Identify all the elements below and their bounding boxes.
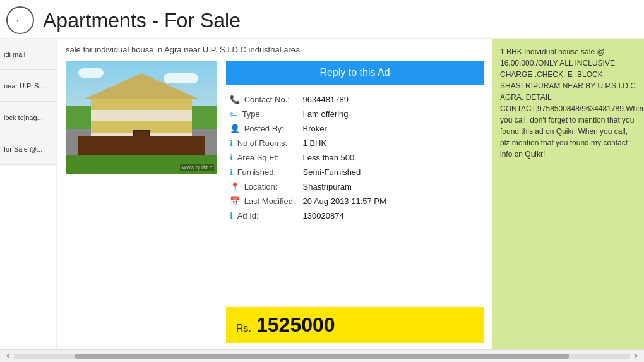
detail-row-6: 📍 Location:Shastripuram [226,179,484,194]
detail-label-4: ℹ Area Sq Ft: [226,150,299,165]
sidebar-item-0[interactable]: idi mall [0,39,56,70]
scroll-right-arrow[interactable]: > [630,353,641,359]
detail-value-2: Broker [299,121,484,136]
detail-label-6: 📍 Location: [226,179,299,194]
detail-value-0: 9634481789 [299,92,484,107]
detail-value-8: 130020874 [299,208,484,223]
detail-label-5: ℹ Furnished: [226,165,299,179]
center-panel: sale for individual house in Agra near U… [57,39,492,349]
detail-label-0: 📞 Contact No.: [226,92,299,107]
sidebar-item-1[interactable]: near U.P. S.... [0,70,56,102]
detail-row-8: ℹ Ad Id:130020874 [226,208,484,223]
bottom-bar: < > [0,349,644,362]
sidebar-item-2[interactable]: lock tejnag... [0,102,56,133]
reply-button[interactable]: Reply to this Ad [226,61,484,85]
sidebar-item-3[interactable]: for Sale @... [0,133,56,165]
detail-row-3: ℹ No of Rooms:1 BHK [226,136,484,150]
price-currency: Rs. [236,323,251,334]
detail-row-5: ℹ Furnished:Semi-Furnished [226,165,484,179]
sidebar: idi mall near U.P. S.... lock tejnag... … [0,39,57,349]
detail-value-3: 1 BHK [299,136,484,150]
back-button[interactable]: ← [6,6,34,34]
detail-value-1: I am offering [299,107,484,121]
house-gate [78,136,205,155]
detail-label-1: 🏷 Type: [226,107,299,121]
detail-label-3: ℹ No of Rooms: [226,136,299,150]
detail-row-4: ℹ Area Sq Ft:Less than 500 [226,150,484,165]
back-arrow-icon: ← [14,14,27,27]
detail-row-0: 📞 Contact No.:9634481789 [226,92,484,107]
house-stripe-1 [91,99,192,110]
description-panel: 1 BHK Individual house sale @ 16,00,000.… [492,39,644,349]
ad-subtitle: sale for individual house in Agra near U… [66,45,484,54]
scroll-left-arrow[interactable]: < [3,353,14,359]
property-image-wrap: www.quikr.c [66,61,217,343]
main-content: idi mall near U.P. S.... lock tejnag... … [0,39,644,349]
detail-row-1: 🏷 Type:I am offering [226,107,484,121]
detail-row-2: 👤 Posted By:Broker [226,121,484,136]
ad-content: www.quikr.c Reply to this Ad 📞 Contact N… [66,61,484,343]
detail-table: 📞 Contact No.:9634481789🏷 Type:I am offe… [226,92,484,223]
detail-value-4: Less than 500 [299,150,484,165]
scroll-track[interactable] [14,354,630,359]
detail-value-6: Shastripuram [299,179,484,194]
detail-label-7: 📅 Last Modified: [226,194,299,208]
house-illustration [78,73,205,155]
ad-details: Reply to this Ad 📞 Contact No.:963448178… [226,61,484,343]
scroll-thumb [75,354,568,359]
description-text: 1 BHK Individual house sale @ 16,00,000.… [500,47,644,159]
detail-value-5: Semi-Furnished [299,165,484,179]
watermark: www.quikr.c [180,164,214,171]
detail-label-8: ℹ Ad Id: [226,208,299,223]
price-value: 1525000 [256,313,335,337]
header: ← Apartments - For Sale [0,0,644,39]
detail-row-7: 📅 Last Modified:20 Aug 2013 11:57 PM [226,194,484,208]
property-image: www.quikr.c [66,61,217,174]
detail-value-7: 20 Aug 2013 11:57 PM [299,194,484,208]
house-roof [85,73,198,99]
detail-label-2: 👤 Posted By: [226,121,299,136]
page-title: Apartments - For Sale [43,9,241,32]
price-box: Rs. 1525000 [226,307,484,343]
